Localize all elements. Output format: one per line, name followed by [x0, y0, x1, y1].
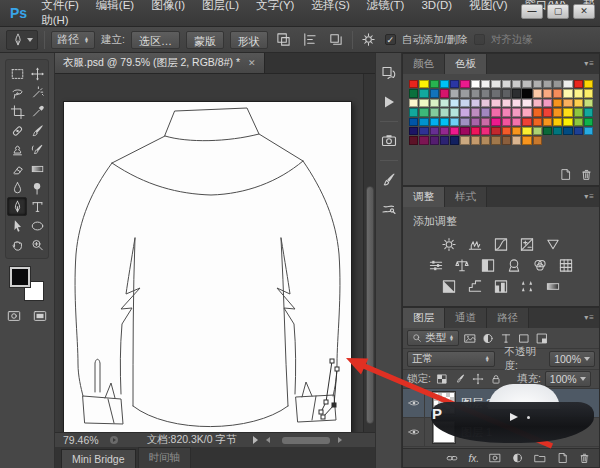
- swatch[interactable]: [533, 80, 542, 88]
- swatch[interactable]: [574, 118, 583, 126]
- lock-pixels-icon[interactable]: [453, 372, 467, 386]
- swatch[interactable]: [460, 118, 469, 126]
- swatch[interactable]: [481, 127, 490, 135]
- delete-swatch-icon[interactable]: [580, 168, 593, 181]
- swatch[interactable]: [553, 99, 562, 107]
- swatch[interactable]: [543, 108, 552, 116]
- lock-transparency-icon[interactable]: [435, 372, 449, 386]
- swatch[interactable]: [481, 108, 490, 116]
- tab-channels[interactable]: 通道: [445, 308, 487, 328]
- swatch[interactable]: [409, 127, 418, 135]
- swatch[interactable]: [522, 127, 531, 135]
- swatch[interactable]: [491, 118, 500, 126]
- swatch[interactable]: [512, 80, 521, 88]
- swatch[interactable]: [430, 89, 439, 97]
- tab-color[interactable]: 颜色: [403, 54, 445, 74]
- menu-item[interactable]: 3D(D): [421, 0, 452, 11]
- swatch[interactable]: [409, 80, 418, 88]
- menu-item[interactable]: 视图(V): [469, 0, 507, 11]
- swatch[interactable]: [471, 108, 480, 116]
- new-adjustment-layer-icon[interactable]: [511, 452, 524, 464]
- menu-item[interactable]: 编辑(E): [96, 0, 134, 11]
- panel-menu-icon[interactable]: ▾≡: [584, 59, 595, 68]
- swatch[interactable]: [419, 136, 428, 144]
- tab-styles[interactable]: 样式: [445, 187, 487, 207]
- swatch[interactable]: [481, 89, 490, 97]
- swatch[interactable]: [450, 108, 459, 116]
- menu-item[interactable]: 滤镜(T): [367, 0, 405, 11]
- filter-shape-icon[interactable]: [517, 331, 531, 345]
- color-lookup-icon[interactable]: [557, 258, 575, 273]
- document-tab[interactable]: 衣服.psd @ 79.5% (图层 2, RGB/8#) * ✕: [55, 53, 265, 73]
- history-panel-icon[interactable]: [379, 63, 399, 83]
- swatch[interactable]: [574, 108, 583, 116]
- tab-adjustments[interactable]: 调整: [403, 187, 445, 207]
- spot-healing-brush-tool[interactable]: [7, 121, 27, 140]
- swatch[interactable]: [419, 118, 428, 126]
- swatch[interactable]: [419, 108, 428, 116]
- swatch[interactable]: [574, 127, 583, 135]
- swatch[interactable]: [471, 89, 480, 97]
- swatch[interactable]: [563, 89, 572, 97]
- swatch[interactable]: [574, 80, 583, 88]
- magic-wand-tool[interactable]: [27, 83, 47, 102]
- vertical-scrollbar-thumb[interactable]: [366, 186, 374, 424]
- filter-adjustment-icon[interactable]: [481, 331, 495, 345]
- swatch[interactable]: [563, 127, 572, 135]
- swatch[interactable]: [450, 89, 459, 97]
- vibrance-icon[interactable]: [544, 237, 562, 252]
- swatch[interactable]: [440, 89, 449, 97]
- swatch[interactable]: [460, 136, 469, 144]
- swatch[interactable]: [512, 118, 521, 126]
- horizontal-scrollbar-thumb[interactable]: [282, 437, 330, 444]
- tool-mode-select[interactable]: 路径 ▲▼: [51, 31, 95, 49]
- swatch[interactable]: [419, 80, 428, 88]
- menu-item[interactable]: 图像(I): [151, 0, 185, 11]
- tab-mini-bridge[interactable]: Mini Bridge: [61, 449, 136, 468]
- swatch[interactable]: [533, 127, 542, 135]
- zoom-tool[interactable]: [27, 235, 47, 254]
- blend-mode-select[interactable]: 正常 ▲▼: [407, 351, 495, 367]
- zoom-level-field[interactable]: 79.46%: [63, 434, 99, 446]
- status-arrow-icon[interactable]: [253, 436, 258, 444]
- vertical-scrollbar[interactable]: [363, 74, 375, 432]
- swatch[interactable]: [584, 89, 593, 97]
- maximize-button[interactable]: ▢: [547, 4, 569, 19]
- align-edges-checkbox[interactable]: [474, 34, 485, 45]
- swatch[interactable]: [450, 80, 459, 88]
- ellipse-shape-tool[interactable]: [27, 216, 47, 235]
- swatch[interactable]: [491, 108, 500, 116]
- swatch[interactable]: [522, 108, 531, 116]
- eraser-tool[interactable]: [7, 159, 27, 178]
- swatch[interactable]: [430, 127, 439, 135]
- mini-bridge-panel-icon[interactable]: [379, 131, 399, 151]
- swatch[interactable]: [522, 118, 531, 126]
- gradient-map-icon[interactable]: [544, 279, 562, 294]
- swatch[interactable]: [491, 127, 500, 135]
- make-selection-button[interactable]: 选区…: [131, 31, 180, 49]
- minimize-button[interactable]: —: [521, 4, 543, 19]
- scroll-right-icon[interactable]: [338, 437, 342, 443]
- swatch[interactable]: [430, 80, 439, 88]
- menu-item[interactable]: 文字(Y): [256, 0, 294, 11]
- curves-icon[interactable]: [492, 237, 510, 252]
- filter-smart-object-icon[interactable]: [535, 331, 549, 345]
- selective-color-icon[interactable]: [518, 279, 536, 294]
- swatch[interactable]: [440, 127, 449, 135]
- swatch[interactable]: [553, 127, 562, 135]
- opacity-select[interactable]: 100%: [549, 351, 595, 367]
- brush-panel-icon[interactable]: [379, 170, 399, 190]
- swatch[interactable]: [574, 99, 583, 107]
- layer-style-fx-icon[interactable]: fx.: [468, 453, 479, 464]
- panel-menu-icon[interactable]: ▾≡: [584, 313, 595, 322]
- swatch[interactable]: [430, 108, 439, 116]
- swatch[interactable]: [563, 118, 572, 126]
- filter-pixel-icon[interactable]: [463, 331, 477, 345]
- swatch[interactable]: [553, 89, 562, 97]
- panel-menu-icon[interactable]: ▾≡: [584, 192, 595, 201]
- swatch[interactable]: [409, 108, 418, 116]
- swatch[interactable]: [543, 80, 552, 88]
- swatch[interactable]: [460, 99, 469, 107]
- crop-tool[interactable]: [7, 102, 27, 121]
- swatch[interactable]: [440, 108, 449, 116]
